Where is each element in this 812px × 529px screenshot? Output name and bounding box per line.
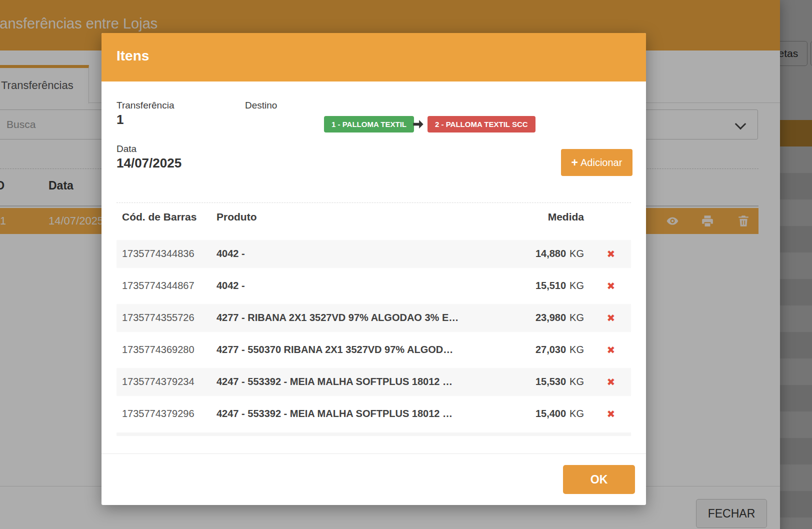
x-icon: ✖ — [607, 376, 616, 388]
remove-item-button[interactable]: ✖ — [600, 336, 622, 364]
table-row: 1735774369280 4277 - 550370 RIBANA 2X1 3… — [116, 336, 631, 364]
x-icon: ✖ — [607, 408, 616, 420]
items-table: 1735774344836 4042 - 14,880KG ✖ 17357743… — [116, 240, 631, 432]
origin-store-badge: 1 - PALLOMA TEXTIL — [324, 116, 414, 132]
data-value: 14/07/2025 — [116, 156, 182, 171]
item-measure: 27,030KG — [536, 344, 584, 356]
item-barcode: 1735774344867 — [122, 280, 194, 292]
item-barcode: 1735774355726 — [122, 312, 194, 324]
item-product: 4277 - 550370 RIBANA 2X1 3527VD 97% ALGO… — [216, 344, 453, 356]
table-bottom-divider — [116, 432, 631, 436]
column-header-measure: Medida — [484, 211, 584, 223]
modal-footer-divider — [102, 454, 646, 454]
item-barcode: 1735774379296 — [122, 408, 194, 420]
item-barcode: 1735774379234 — [122, 376, 194, 388]
item-measure: 23,980KG — [536, 312, 584, 324]
transferencia-value: 1 — [116, 112, 124, 128]
table-row: 1735774355726 4277 - RIBANA 2X1 3527VD 9… — [116, 304, 631, 332]
item-product: 4247 - 553392 - MEIA MALHA SOFTPLUS 1801… — [216, 408, 452, 420]
modal-section-divider — [116, 202, 631, 203]
itens-modal: Itens Transferência 1 Destino 1 - PALLOM… — [102, 33, 646, 505]
remove-item-button[interactable]: ✖ — [600, 240, 622, 268]
modal-title: Itens — [116, 48, 149, 64]
transferencia-label: Transferência — [116, 100, 174, 111]
item-barcode: 1735774369280 — [122, 344, 194, 356]
table-row: 1735774344867 4042 - 15,510KG ✖ — [116, 272, 631, 300]
plus-icon: + — [572, 156, 578, 169]
table-row: 1735774379234 4247 - 553392 - MEIA MALHA… — [116, 368, 631, 396]
remove-item-button[interactable]: ✖ — [600, 400, 622, 428]
item-product: 4277 - RIBANA 2X1 3527VD 97% ALGODAO 3% … — [216, 312, 458, 324]
arrow-right-icon — [412, 118, 425, 131]
table-row: 1735774379296 4247 - 553392 - MEIA MALHA… — [116, 400, 631, 428]
x-icon: ✖ — [607, 280, 616, 292]
adicionar-button[interactable]: +Adicionar — [561, 149, 632, 176]
data-label: Data — [116, 144, 136, 154]
item-product: 4042 - — [216, 280, 245, 292]
screen: Etiquetas Transferências entre Lojas Tra… — [0, 0, 812, 529]
remove-item-button[interactable]: ✖ — [600, 368, 622, 396]
item-measure: 15,530KG — [536, 376, 584, 388]
item-barcode: 1735774344836 — [122, 248, 194, 260]
ok-button[interactable]: OK — [563, 465, 635, 494]
x-icon: ✖ — [607, 344, 616, 356]
x-icon: ✖ — [607, 312, 616, 324]
adicionar-label: Adicionar — [580, 157, 622, 168]
itens-modal-header: Itens — [102, 33, 646, 82]
column-header-barcode: Cód. de Barras — [122, 211, 196, 223]
item-product: 4042 - — [216, 248, 245, 260]
item-measure: 15,510KG — [536, 280, 584, 292]
x-icon: ✖ — [607, 248, 616, 260]
remove-item-button[interactable]: ✖ — [600, 272, 622, 300]
table-row: 1735774344836 4042 - 14,880KG ✖ — [116, 240, 631, 268]
destination-store-badge: 2 - PALLOMA TEXTIL SCC — [428, 116, 536, 132]
column-header-product: Produto — [216, 211, 256, 223]
remove-item-button[interactable]: ✖ — [600, 304, 622, 332]
destino-label: Destino — [245, 100, 277, 111]
item-measure: 14,880KG — [536, 248, 584, 260]
item-measure: 15,400KG — [536, 408, 584, 420]
item-product: 4247 - 553392 - MEIA MALHA SOFTPLUS 1801… — [216, 376, 452, 388]
